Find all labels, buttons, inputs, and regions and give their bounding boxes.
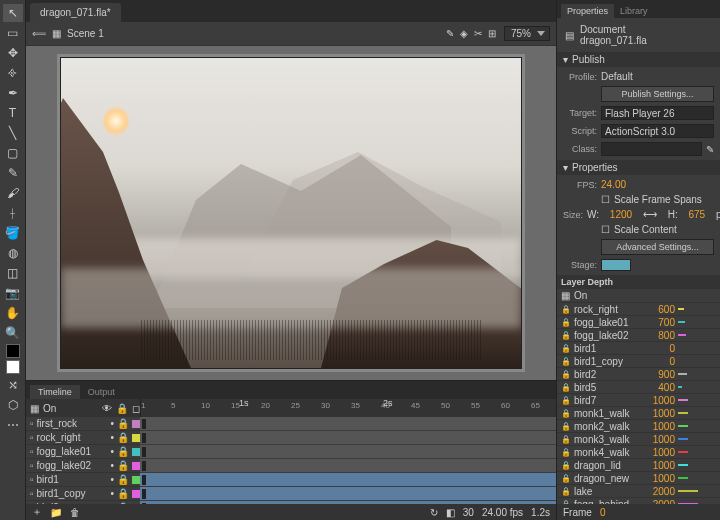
lock-column-icon[interactable]: 🔒 (116, 403, 128, 414)
timeline-track[interactable] (140, 445, 556, 459)
camera-icon[interactable]: ▦ (30, 403, 39, 414)
layerdepth-lock-icon[interactable]: 🔒 (561, 344, 571, 353)
tool-rectangle[interactable]: ▢ (3, 144, 23, 162)
layer-lock-icon[interactable]: 🔒 (117, 432, 129, 443)
tool-paint-bucket[interactable]: 🪣 (3, 224, 23, 242)
layer-depth-row[interactable]: 🔒bird71000 (557, 394, 720, 407)
layer-depth-row[interactable]: 🔒bird2900 (557, 368, 720, 381)
new-folder-icon[interactable]: 📁 (50, 507, 62, 518)
tool-hand[interactable]: ✋ (3, 304, 23, 322)
publish-settings-button[interactable]: Publish Settings... (601, 86, 714, 102)
layer-lock-icon[interactable]: 🔒 (117, 418, 129, 429)
tool-brush[interactable]: 🖌 (3, 184, 23, 202)
target-dropdown[interactable]: Flash Player 26 (601, 106, 714, 120)
layer-color-swatch[interactable] (132, 420, 140, 428)
layer-depth-row[interactable]: 🔒fogg_lake02800 (557, 329, 720, 342)
layerdepth-bar[interactable] (678, 308, 718, 310)
layerdepth-lock-icon[interactable]: 🔒 (561, 383, 571, 392)
link-dimensions-icon[interactable]: ⟷ (643, 209, 657, 220)
layer-depth-row[interactable]: 🔒fogg_lake01700 (557, 316, 720, 329)
layerdepth-value[interactable]: 1000 (647, 460, 675, 471)
back-icon[interactable]: ⟸ (32, 28, 46, 39)
loop-icon[interactable]: ↻ (430, 507, 438, 518)
layerdepth-lock-icon[interactable]: 🔒 (561, 474, 571, 483)
layer-visible-icon[interactable]: • (110, 446, 114, 457)
tool-ink[interactable]: ◍ (3, 244, 23, 262)
layerdepth-bar[interactable] (678, 425, 718, 427)
timeline-layer[interactable]: ▫bird1_copy•🔒 (26, 487, 140, 501)
timeline-track[interactable] (140, 501, 556, 504)
layer-depth-row[interactable]: 🔒dragon_lid1000 (557, 459, 720, 472)
layerdepth-value[interactable]: 800 (647, 330, 675, 341)
outline-column-icon[interactable]: ◻ (132, 403, 140, 414)
layer-depth-row[interactable]: 🔒monk2_walk1000 (557, 420, 720, 433)
width-value[interactable]: 1200 (610, 209, 632, 220)
layer-color-swatch[interactable] (132, 462, 140, 470)
tool-subselect[interactable]: ▭ (3, 24, 23, 42)
layerdepth-value[interactable]: 700 (647, 317, 675, 328)
layer-depth-row[interactable]: 🔒lake2000 (557, 485, 720, 498)
tab-library[interactable]: Library (614, 4, 654, 18)
layerdepth-bar[interactable] (678, 399, 718, 401)
timeline-layer[interactable]: ▫first_rock•🔒 (26, 417, 140, 431)
layerdepth-lock-icon[interactable]: 🔒 (561, 305, 571, 314)
keyframe[interactable] (142, 419, 146, 429)
keyframe[interactable] (142, 489, 146, 499)
layerdepth-lock-icon[interactable]: 🔒 (561, 370, 571, 379)
layerdepth-value[interactable]: 900 (647, 369, 675, 380)
timeline-layer[interactable]: ▫fogg_lake02•🔒 (26, 459, 140, 473)
tool-options[interactable]: ⋯ (3, 416, 23, 434)
keyframe[interactable] (142, 447, 146, 457)
layer-visible-icon[interactable]: • (110, 418, 114, 429)
layerdepth-value[interactable]: 1000 (647, 473, 675, 484)
layerdepth-value[interactable]: 1000 (647, 421, 675, 432)
advanced-settings-button[interactable]: Advanced Settings... (601, 239, 714, 255)
layerdepth-lock-icon[interactable]: 🔒 (561, 318, 571, 327)
layer-visible-icon[interactable]: • (110, 460, 114, 471)
layer-color-swatch[interactable] (132, 434, 140, 442)
scene-label[interactable]: Scene 1 (67, 28, 104, 39)
tool-cursor[interactable]: ↖ (3, 4, 23, 22)
tool-lasso[interactable]: ᯽ (3, 64, 23, 82)
clipping-icon[interactable]: ✂ (474, 28, 482, 39)
stage-viewport[interactable] (26, 46, 556, 380)
layerdepth-bar[interactable] (678, 438, 718, 440)
layerdepth-lock-icon[interactable]: 🔒 (561, 448, 571, 457)
layerdepth-lock-icon[interactable]: 🔒 (561, 487, 571, 496)
swatch-fill[interactable] (6, 360, 20, 374)
layerdepth-lock-icon[interactable]: 🔒 (561, 461, 571, 470)
layer-lock-icon[interactable]: 🔒 (117, 488, 129, 499)
tool-pen[interactable]: ✒ (3, 84, 23, 102)
tool-swap-colors[interactable]: ⤭ (3, 376, 23, 394)
edit-class-icon[interactable]: ✎ (706, 144, 714, 155)
layerdepth-bar[interactable] (678, 451, 718, 453)
layerdepth-lock-icon[interactable]: 🔒 (561, 396, 571, 405)
layer-lock-icon[interactable]: 🔒 (117, 474, 129, 485)
layerdepth-value[interactable]: 1000 (647, 395, 675, 406)
section-properties[interactable]: ▾Properties (557, 160, 720, 175)
layerdepth-bar[interactable] (678, 373, 718, 375)
layerdepth-bar[interactable] (678, 321, 718, 323)
layer-lock-icon[interactable]: 🔒 (117, 446, 129, 457)
stage-color-swatch[interactable] (601, 259, 631, 271)
timeline-tracks[interactable] (140, 417, 556, 504)
edit-scene-icon[interactable]: ✎ (446, 28, 454, 39)
layerdepth-bar[interactable] (678, 412, 718, 414)
layerdepth-lock-icon[interactable]: 🔒 (561, 357, 571, 366)
keyframe[interactable] (142, 433, 146, 443)
layerdepth-value[interactable]: 600 (647, 304, 675, 315)
zoom-dropdown[interactable]: 75% (504, 26, 550, 41)
tool-snap[interactable]: ⬡ (3, 396, 23, 414)
layer-lock-icon[interactable]: 🔒 (117, 460, 129, 471)
frame-value[interactable]: 0 (600, 507, 606, 518)
timeline-ruler[interactable]: 151015202530354045505560651s2s (140, 399, 556, 417)
onion-skin-icon[interactable]: ◧ (446, 507, 455, 518)
timeline-track[interactable] (140, 487, 556, 501)
layerdepth-bar[interactable] (678, 503, 718, 504)
layer-color-swatch[interactable] (132, 448, 140, 456)
tool-eraser[interactable]: ◫ (3, 264, 23, 282)
layerdepth-value[interactable]: 2000 (647, 486, 675, 497)
edit-symbol-icon[interactable]: ◈ (460, 28, 468, 39)
section-publish[interactable]: ▾Publish (557, 52, 720, 67)
layerdepth-bar[interactable] (678, 360, 718, 362)
